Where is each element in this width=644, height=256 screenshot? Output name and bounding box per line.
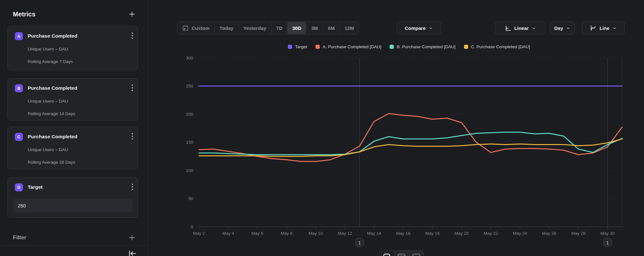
- legend-label: C. Purchase Completed [DAU]: [471, 44, 530, 49]
- y-axis-label: 300: [186, 56, 193, 60]
- legend-swatch: [464, 45, 468, 49]
- legend-swatch: [316, 45, 320, 49]
- view-toggle-chart[interactable]: [380, 251, 394, 256]
- range-tab-label: 12M: [345, 25, 354, 31]
- compare-button[interactable]: Compare: [397, 22, 441, 34]
- target-title: Target: [28, 184, 43, 190]
- annotation-badge-label: 1: [358, 240, 361, 245]
- legend-item[interactable]: C. Purchase Completed [DAU]: [464, 44, 530, 49]
- legend-item[interactable]: B. Purchase Completed [DAU]: [390, 44, 455, 49]
- annotation-badge-label: 1: [606, 240, 609, 245]
- collapse-sidebar-button[interactable]: [128, 250, 137, 256]
- range-tab-30d[interactable]: 30D: [287, 22, 306, 34]
- table-view-icon: [412, 253, 421, 256]
- legend-item[interactable]: A. Purchase Completed [DAU]: [316, 44, 381, 49]
- chevron-down-icon: [532, 26, 536, 30]
- metric-rolling-average: Rolling Average 14 Days: [28, 111, 75, 116]
- view-toggle-split[interactable]: [394, 251, 409, 256]
- x-axis-label: May 20: [454, 231, 469, 236]
- metric-card-c[interactable]: C Purchase Completed Unique Users – DAU …: [7, 127, 138, 169]
- date-range-control: CustomTodayYesterday7D30D3M6M12M: [177, 22, 359, 34]
- x-axis-label: May 2: [193, 231, 205, 236]
- chart-view-icon: [383, 253, 391, 256]
- metric-card-b[interactable]: B Purchase Completed Unique Users – DAU …: [7, 78, 138, 121]
- add-filter-button[interactable]: [128, 234, 136, 241]
- x-axis-label: May 16: [396, 231, 410, 236]
- x-axis-label: May 18: [425, 231, 440, 236]
- range-tab-label: 6M: [328, 25, 335, 31]
- range-tab-label: Custom: [192, 25, 210, 31]
- range-tab-label: Today: [220, 25, 233, 31]
- add-metric-button[interactable]: [128, 11, 136, 18]
- chevron-down-icon: [429, 26, 433, 30]
- x-axis-label: May 4: [222, 231, 234, 236]
- sidebar-footer-divider: [0, 245, 148, 246]
- metric-menu-button[interactable]: [131, 84, 133, 92]
- target-card[interactable]: D Target: [7, 177, 138, 218]
- y-axis-label: 200: [186, 112, 193, 117]
- series-line-1: [199, 114, 622, 161]
- chart-legend: TargetA. Purchase Completed [DAU]B. Purc…: [180, 44, 638, 49]
- x-axis-label: May 22: [484, 231, 498, 236]
- range-tab-today[interactable]: Today: [214, 22, 238, 34]
- line-chart-icon: [590, 25, 597, 32]
- range-tab-yesterday[interactable]: Yesterday: [238, 22, 271, 34]
- legend-item[interactable]: Target: [288, 44, 307, 49]
- x-axis-label: May 10: [308, 231, 323, 236]
- legend-label: B. Purchase Completed [DAU]: [397, 44, 455, 49]
- scale-select-button[interactable]: Linear: [495, 22, 545, 34]
- y-axis-label: 50: [188, 196, 193, 201]
- y-axis-label: 250: [186, 84, 193, 88]
- metric-badge-d: D: [15, 183, 23, 191]
- legend-label: A. Purchase Completed [DAU]: [323, 44, 381, 49]
- collapse-sidebar-icon: [128, 250, 137, 256]
- series-line-3: [199, 139, 622, 156]
- plus-icon: [128, 11, 136, 18]
- metric-title: Purchase Completed: [28, 33, 77, 39]
- metric-badge-a: A: [15, 32, 23, 40]
- metric-badge-b: B: [15, 84, 23, 92]
- range-tab-7d[interactable]: 7D: [271, 22, 287, 34]
- y-axis-label: 0: [191, 224, 193, 229]
- metric-title: Purchase Completed: [28, 85, 77, 91]
- view-toggle-table[interactable]: [409, 251, 423, 256]
- metric-measure: Unique Users – DAU: [28, 99, 68, 104]
- metric-menu-button[interactable]: [131, 32, 133, 40]
- legend-label: Target: [295, 44, 307, 49]
- chart-type-select-button[interactable]: Line: [582, 22, 625, 34]
- metric-menu-button[interactable]: [131, 133, 133, 140]
- legend-swatch: [390, 45, 394, 49]
- range-tab-label: 7D: [276, 25, 282, 31]
- x-axis-label: May 8: [280, 231, 292, 236]
- compare-label: Compare: [405, 25, 426, 31]
- metric-measure: Unique Users – DAU: [28, 147, 68, 152]
- metric-rolling-average: Rolling Average 7 Days: [28, 59, 73, 64]
- target-value-input[interactable]: [13, 199, 133, 212]
- annotation-badge[interactable]: [355, 238, 363, 247]
- plus-icon: [128, 234, 136, 241]
- linear-axis-icon: [505, 25, 511, 32]
- x-axis-label: May 26: [542, 231, 556, 236]
- metrics-sidebar: Metrics A Purchase Completed Unique User…: [0, 0, 148, 256]
- annotation-badge[interactable]: [604, 238, 611, 247]
- range-tab-6m[interactable]: 6M: [323, 22, 339, 34]
- scale-label: Linear: [514, 25, 529, 31]
- range-tab-3m[interactable]: 3M: [306, 22, 323, 34]
- granularity-label: Day: [554, 25, 563, 31]
- layout-view-toggle: [379, 250, 424, 256]
- x-axis-label: May 28: [571, 231, 585, 236]
- range-tab-12m[interactable]: 12M: [339, 22, 359, 34]
- metric-rolling-average: Rolling Average 28 Days: [28, 160, 75, 165]
- metric-card-a[interactable]: A Purchase Completed Unique Users – DAU …: [7, 26, 138, 70]
- split-view-icon: [397, 253, 406, 256]
- chart-type-label: Line: [600, 25, 610, 31]
- target-menu-button[interactable]: [131, 183, 133, 191]
- kebab-icon: [131, 133, 133, 140]
- x-axis-label: May 6: [251, 231, 263, 236]
- chevron-down-icon: [612, 26, 617, 30]
- y-axis-label: 150: [186, 140, 193, 145]
- range-tab-custom[interactable]: Custom: [177, 22, 214, 34]
- granularity-select-button[interactable]: Day: [550, 22, 575, 34]
- legend-swatch: [288, 45, 292, 49]
- range-tab-label: 3M: [311, 25, 318, 31]
